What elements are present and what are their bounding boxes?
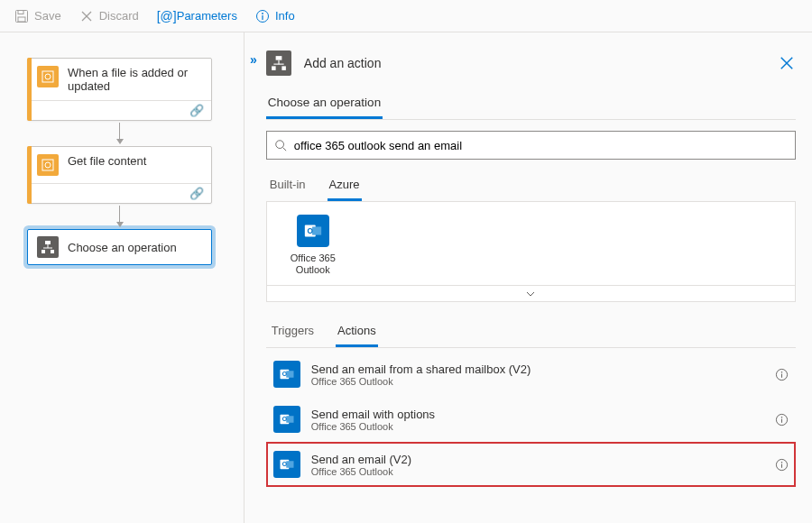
toolbar: Save Discard [@] Parameters Info: [0, 0, 812, 32]
info-icon[interactable]: [775, 368, 789, 381]
panel-tabs: Choose an operation: [266, 88, 796, 120]
close-icon[interactable]: [778, 54, 796, 72]
svg-rect-36: [286, 417, 293, 424]
save-icon: [14, 9, 29, 23]
svg-rect-0: [16, 10, 28, 22]
search-box[interactable]: [266, 131, 796, 160]
svg-point-6: [262, 13, 263, 14]
parameters-button[interactable]: [@] Parameters: [150, 5, 245, 27]
sftp-icon: [37, 154, 59, 176]
svg-point-39: [781, 417, 783, 418]
svg-rect-21: [281, 66, 286, 70]
tab-azure[interactable]: Azure: [328, 172, 362, 201]
tab-triggers[interactable]: Triggers: [270, 318, 316, 347]
operation-icon: [37, 236, 59, 258]
outlook-icon: O: [297, 215, 329, 247]
outlook-icon: O: [273, 451, 300, 478]
svg-rect-20: [272, 66, 276, 70]
info-icon[interactable]: [775, 458, 789, 472]
parameters-icon: [@]: [157, 9, 171, 23]
save-button[interactable]: Save: [7, 5, 69, 27]
action-title: Send an email (V2): [311, 453, 411, 466]
svg-rect-7: [262, 15, 263, 20]
svg-rect-10: [42, 160, 53, 170]
link-icon: 🔗: [189, 187, 204, 200]
connector-office365-outlook[interactable]: O Office 365 Outlook: [283, 215, 343, 276]
arrow: [27, 204, 212, 229]
info-icon: [255, 9, 270, 23]
info-icon[interactable]: [775, 413, 789, 427]
discard-label: Discard: [99, 9, 139, 23]
svg-text:O: O: [282, 417, 287, 423]
action-subtitle: Office 365 Outlook: [311, 376, 531, 387]
link-icon: 🔗: [189, 104, 204, 117]
svg-text:O: O: [282, 372, 287, 378]
operation-icon: [266, 50, 291, 76]
action-item-highlighted[interactable]: O Send an email (V2) Office 365 Outlook: [266, 442, 796, 487]
collapse-button[interactable]: »: [245, 47, 263, 523]
svg-rect-2: [18, 17, 25, 22]
actions-list: O Send an email from a shared mailbox (V…: [266, 352, 796, 487]
svg-text:O: O: [307, 227, 313, 235]
svg-rect-1: [18, 10, 23, 14]
tab-choose-operation[interactable]: Choose an operation: [266, 88, 383, 119]
outlook-icon: O: [273, 406, 300, 433]
svg-rect-46: [781, 463, 782, 467]
workflow-canvas: When a file is added or updated 🔗 Get fi…: [0, 32, 244, 523]
action-item[interactable]: O Send an email from a shared mailbox (V…: [266, 352, 796, 397]
action-subtitle: Office 365 Outlook: [311, 421, 435, 432]
svg-rect-42: [286, 462, 293, 469]
right-panel: » Add an action Choose an operation Buil…: [244, 32, 812, 523]
svg-point-45: [781, 462, 783, 463]
trigger-node-label: When a file is added or updated: [68, 66, 202, 93]
trigger-action-tabs: Triggers Actions: [266, 318, 796, 348]
choose-operation-node[interactable]: Choose an operation: [27, 229, 212, 265]
trigger-node[interactable]: When a file is added or updated 🔗: [27, 58, 212, 121]
arrow: [27, 121, 212, 146]
svg-point-9: [45, 74, 51, 79]
connector-grid: O Office 365 Outlook: [266, 202, 796, 286]
discard-icon: [79, 9, 94, 23]
svg-rect-8: [42, 71, 53, 82]
panel-header: Add an action: [266, 47, 796, 79]
connector-category-tabs: Built-in Azure: [266, 172, 796, 202]
discard-button[interactable]: Discard: [72, 5, 146, 27]
main-area: When a file is added or updated 🔗 Get fi…: [0, 32, 812, 523]
svg-rect-16: [51, 250, 54, 253]
save-label: Save: [34, 9, 61, 23]
info-button[interactable]: Info: [248, 5, 302, 27]
svg-rect-27: [312, 226, 321, 234]
tab-actions[interactable]: Actions: [336, 318, 378, 347]
svg-rect-40: [781, 418, 782, 422]
chevron-down-icon: [525, 289, 536, 299]
svg-point-33: [781, 372, 783, 373]
tab-builtin[interactable]: Built-in: [268, 172, 308, 201]
choose-operation-label: Choose an operation: [68, 241, 177, 254]
expand-connectors-button[interactable]: [266, 286, 796, 302]
svg-line-25: [282, 148, 286, 151]
search-icon: [274, 139, 287, 151]
action-node[interactable]: Get file content 🔗: [27, 146, 212, 204]
action-title: Send email with options: [311, 408, 435, 421]
action-node-label: Get file content: [68, 154, 146, 168]
parameters-label: Parameters: [177, 9, 237, 23]
outlook-icon: O: [273, 361, 300, 388]
action-item[interactable]: O Send email with options Office 365 Out…: [266, 397, 796, 442]
svg-rect-12: [45, 241, 51, 244]
panel-title: Add an action: [304, 56, 382, 70]
sftp-icon: [37, 66, 59, 87]
connector-label: Office 365 Outlook: [291, 252, 336, 275]
svg-point-11: [45, 162, 51, 168]
action-subtitle: Office 365 Outlook: [311, 466, 411, 477]
search-input[interactable]: [294, 139, 788, 152]
svg-rect-17: [275, 56, 281, 60]
svg-rect-15: [42, 250, 45, 253]
svg-rect-34: [781, 373, 782, 377]
svg-text:O: O: [282, 462, 287, 468]
svg-point-24: [276, 141, 284, 149]
info-label: Info: [275, 9, 295, 23]
svg-rect-30: [286, 372, 293, 379]
action-title: Send an email from a shared mailbox (V2): [311, 362, 531, 376]
